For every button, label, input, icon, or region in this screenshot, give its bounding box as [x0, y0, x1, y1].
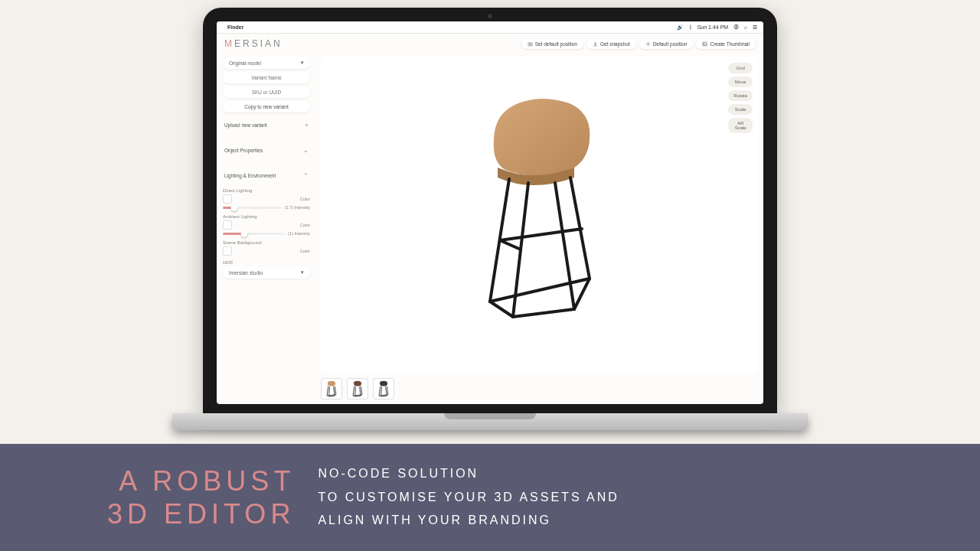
volume-icon: 🔊	[677, 24, 684, 30]
ar-scale-tool[interactable]: ARScale	[728, 118, 753, 133]
sidebar: Original model ▾ Copy to new variant Upl…	[217, 54, 316, 404]
camera-icon	[528, 41, 533, 47]
ambient-intensity-slider[interactable]	[223, 233, 285, 235]
svg-point-2	[647, 43, 648, 44]
app-header: MERSIAN Set default position Get snapsho…	[217, 34, 763, 54]
get-snapshot-button[interactable]: Get snapshot	[586, 39, 636, 49]
color-label: Color	[300, 249, 310, 253]
direct-lighting-color-swatch[interactable]	[223, 194, 232, 204]
marketing-banner: A ROBUST 3D EDITOR NO-CODE SOLUTION TO C…	[0, 444, 980, 551]
variant-thumb[interactable]	[321, 378, 342, 399]
variant-thumb[interactable]	[347, 378, 368, 399]
chevron-down-icon: ▾	[301, 269, 304, 276]
create-thumbnail-button[interactable]: Create Thumbnail	[696, 39, 756, 49]
scale-tool[interactable]: Scale	[728, 104, 753, 115]
direct-intensity-value: (1.7) Intensity	[285, 205, 310, 210]
scene-background-color-swatch[interactable]	[223, 246, 232, 256]
set-default-position-button[interactable]: Set default position	[521, 39, 583, 49]
banner-subtext: NO-CODE SOLUTION TO CUSTOMISE YOUR 3D AS…	[318, 462, 619, 532]
bluetooth-icon: ᛒ	[689, 24, 692, 30]
search-icon: ⌕	[744, 24, 747, 30]
banner-headline: A ROBUST 3D EDITOR	[107, 465, 318, 530]
laptop-frame: Finder 🔊 ᛒ Sun 1:44 PM ⦿ ⌕ ☰ MERSIAN	[203, 8, 777, 430]
sku-input[interactable]	[223, 86, 310, 98]
svg-rect-0	[528, 43, 532, 46]
ambient-intensity-value: (1) Intensity	[288, 231, 310, 236]
model-select[interactable]: Original model ▾	[223, 57, 310, 69]
scene-background-label: Scene Background	[223, 240, 310, 245]
image-icon	[702, 41, 707, 47]
svg-rect-3	[703, 42, 707, 46]
hdr-select[interactable]: Imersian studio ▾	[223, 266, 310, 279]
chevron-up-icon: ⌃	[303, 172, 309, 179]
color-label: Color	[300, 223, 310, 227]
clock-text: Sun 1:44 PM	[697, 24, 728, 30]
color-label: Color	[300, 197, 310, 201]
variant-name-input[interactable]	[223, 72, 310, 83]
grid-tool[interactable]: Grid	[728, 63, 753, 73]
chevron-down-icon: ▾	[301, 60, 304, 66]
svg-point-4	[704, 43, 705, 44]
viewport-3d[interactable]: Grid Move Rotate Scale ARScale	[321, 57, 759, 373]
logo: MERSIAN	[224, 38, 283, 49]
plus-icon: +	[305, 122, 309, 129]
default-position-button[interactable]: Default position	[639, 39, 694, 49]
direct-lighting-label: Direct Lighting	[223, 188, 310, 193]
ambient-lighting-label: Ambient Lighting	[223, 214, 310, 219]
upload-variant-row[interactable]: Upload new variant +	[223, 117, 310, 133]
download-icon	[593, 41, 598, 47]
ambient-lighting-color-swatch[interactable]	[223, 220, 232, 230]
product-3d-preview	[456, 80, 624, 324]
chevron-down-icon: ⌄	[303, 147, 309, 154]
wifi-icon: ⦿	[733, 24, 739, 30]
object-properties-section[interactable]: Object Properties ⌄	[223, 142, 310, 158]
copy-variant-button[interactable]: Copy to new variant	[223, 101, 310, 112]
hdr-label: HDR	[223, 260, 310, 265]
finder-label: Finder	[227, 24, 243, 30]
move-tool[interactable]: Move	[728, 77, 753, 87]
mac-menubar: Finder 🔊 ᛒ Sun 1:44 PM ⦿ ⌕ ☰	[217, 21, 763, 34]
target-icon	[645, 41, 651, 47]
lighting-environment-section[interactable]: Lighting & Environment ⌃	[223, 168, 310, 184]
rotate-tool[interactable]: Rotate	[728, 90, 753, 101]
variant-thumbnails	[321, 378, 759, 399]
variant-thumb[interactable]	[373, 378, 394, 399]
svg-point-1	[529, 43, 531, 44]
menu-icon: ☰	[753, 24, 757, 30]
direct-intensity-slider[interactable]	[223, 207, 282, 209]
